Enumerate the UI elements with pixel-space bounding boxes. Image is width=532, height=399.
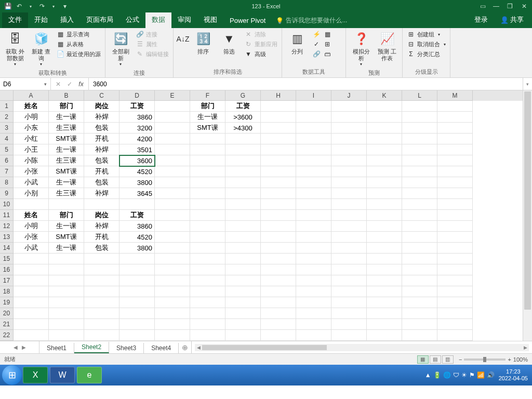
cell[interactable] [155,243,190,254]
cell[interactable] [261,188,296,199]
formula-input[interactable]: 3600 [89,78,523,90]
excel-taskbar-button[interactable]: X [23,367,48,383]
cell[interactable] [367,101,402,112]
cell[interactable] [190,144,225,155]
cell[interactable] [225,166,261,177]
login-link[interactable]: 登录 [468,12,494,28]
cell[interactable] [296,221,331,232]
minimize-icon[interactable]: — [489,0,503,12]
cell[interactable]: 包装 [84,155,119,166]
redo-icon[interactable]: ↷ [37,2,47,11]
new-query-button[interactable]: 🧊新建 查询▾ [29,30,53,68]
cell[interactable]: 3600 [119,155,155,166]
cell[interactable] [296,155,331,166]
cell[interactable] [367,232,402,243]
signal-icon[interactable]: 📶 [477,371,485,379]
cell[interactable]: 开机 [84,166,119,177]
tab-Power Pivot[interactable]: Power Pivot [223,14,272,28]
cell[interactable] [402,254,437,264]
cell[interactable] [261,112,296,123]
cell[interactable] [155,232,190,243]
cell[interactable] [225,232,261,243]
row-header[interactable]: 13 [0,232,14,243]
cell[interactable]: 生一课 [49,112,84,123]
cell[interactable]: 包装 [84,123,119,134]
cell[interactable] [296,330,331,341]
cell[interactable] [155,330,190,341]
cell[interactable] [155,101,190,112]
scrollbar-thumb[interactable] [202,345,327,350]
cell[interactable] [402,144,437,155]
cell[interactable] [155,199,190,210]
cell[interactable] [296,188,331,199]
cell[interactable] [437,166,473,177]
cell[interactable] [331,177,367,188]
cell[interactable] [331,210,367,221]
cell[interactable] [296,254,331,264]
page-break-view-button[interactable]: ▥ [442,355,454,364]
cell[interactable] [84,264,119,275]
row-header[interactable]: 15 [0,254,14,264]
column-header[interactable]: B [49,90,84,101]
cell[interactable] [190,254,225,264]
cell[interactable] [296,166,331,177]
cell[interactable] [190,155,225,166]
cell[interactable] [190,232,225,243]
cell[interactable]: 4520 [119,232,155,243]
cell[interactable]: 4200 [119,134,155,144]
cell[interactable] [261,101,296,112]
cell[interactable] [402,286,437,297]
cell[interactable] [225,199,261,210]
cell[interactable] [402,275,437,286]
column-header[interactable]: D [119,90,155,101]
cell[interactable] [119,319,155,330]
cell[interactable]: 岗位 [84,210,119,221]
connections-button[interactable]: 🔗连接 [135,30,170,39]
select-all-corner[interactable] [0,90,14,101]
cell[interactable]: >4300 [225,123,261,134]
cell[interactable] [155,123,190,134]
scrollbar-thumb[interactable] [524,91,531,310]
cell[interactable] [261,134,296,144]
cell[interactable] [49,297,84,308]
cell[interactable]: SMT课 [190,123,225,134]
cell[interactable] [367,319,402,330]
cell[interactable]: >3600 [225,112,261,123]
cell[interactable]: 3200 [119,123,155,134]
cell[interactable] [155,308,190,319]
cell[interactable]: 小陈 [14,155,49,166]
cell[interactable] [155,275,190,286]
cell[interactable] [367,155,402,166]
cell[interactable] [402,330,437,341]
zoom-slider[interactable] [464,358,506,361]
cell[interactable] [190,210,225,221]
normal-view-button[interactable]: ▦ [417,355,429,364]
cell[interactable] [190,188,225,199]
column-header[interactable]: H [261,90,296,101]
cell[interactable] [331,275,367,286]
sheet-tab[interactable]: Sheet2 [74,342,109,353]
cell[interactable] [155,264,190,275]
cell[interactable] [331,144,367,155]
cell[interactable] [331,319,367,330]
data-validation-icon[interactable]: ✓ [311,39,322,49]
cell[interactable]: 3860 [119,112,155,123]
cell[interactable] [296,134,331,144]
cell[interactable] [14,264,49,275]
cell[interactable]: SMT课 [49,166,84,177]
cell[interactable] [190,275,225,286]
cell[interactable] [261,123,296,134]
add-sheet-button[interactable]: ⊕ [179,341,191,353]
row-header[interactable]: 22 [0,330,14,341]
flag-icon[interactable]: ⚑ [469,371,475,379]
row-header[interactable]: 21 [0,319,14,330]
cell[interactable]: 部门 [49,101,84,112]
cell[interactable]: 3860 [119,221,155,232]
cell[interactable] [261,330,296,341]
sort-asc-button[interactable]: A↓Z [177,30,189,49]
ribbon-options-icon[interactable]: ▭ [476,0,489,12]
network-icon[interactable]: 🌐 [443,371,451,379]
cell[interactable] [155,155,190,166]
cell[interactable] [261,221,296,232]
cell[interactable] [14,297,49,308]
